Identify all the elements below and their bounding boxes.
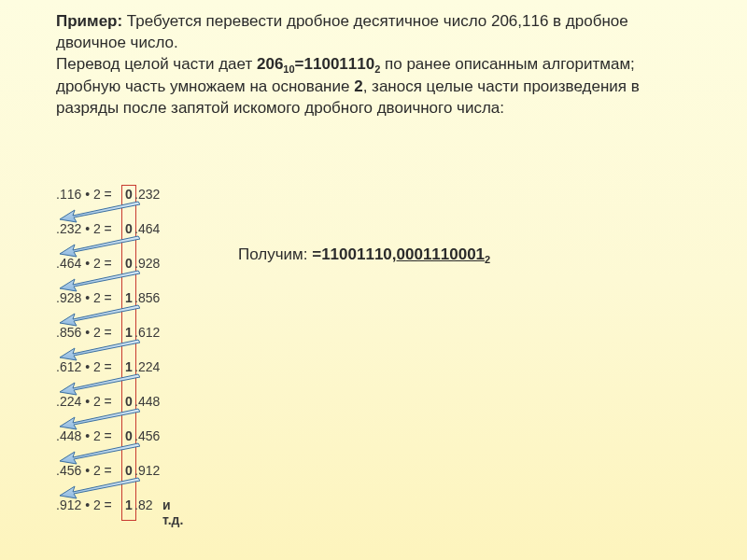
result-base: 2 xyxy=(485,254,490,265)
int-bin: 11001110 xyxy=(304,55,375,73)
int-dec: 206 xyxy=(257,55,283,73)
result-label: Получим: xyxy=(238,245,312,263)
title-block: Пример: Требуется перевести дробное деся… xyxy=(56,11,700,119)
arrow-icon xyxy=(58,371,140,396)
result-int: 11001110, xyxy=(321,245,396,263)
label-example: Пример: xyxy=(56,12,122,30)
arrow-icon xyxy=(58,441,140,465)
slide: Пример: Требуется перевести дробное деся… xyxy=(0,0,747,560)
calc-rhs: .82 xyxy=(134,497,152,512)
arrow-icon xyxy=(58,302,140,327)
calc-digit: 1 xyxy=(123,497,134,512)
arrow-icon xyxy=(58,233,140,258)
title-line1: Требуется перевести дробное десятичное ч… xyxy=(56,12,628,51)
arrow-icon xyxy=(58,199,140,223)
calc-lhs: .912 • 2 = xyxy=(56,497,116,512)
result-eq: = xyxy=(312,245,321,263)
etc-label: и т.д. xyxy=(162,497,183,527)
result-frac: 0001110001 xyxy=(397,245,486,263)
title-line2a: Перевод целой части дает xyxy=(56,55,257,73)
result-line: Получим: =11001110,00011100012 xyxy=(238,245,490,265)
int-dec-base: 10 xyxy=(283,63,294,75)
arrow-icon xyxy=(58,406,140,430)
arrow-icon xyxy=(58,337,140,361)
arrow-icon xyxy=(58,475,140,499)
arrow-icon xyxy=(58,268,140,292)
eq-sign: = xyxy=(295,55,304,73)
base-two: 2 xyxy=(354,77,362,95)
